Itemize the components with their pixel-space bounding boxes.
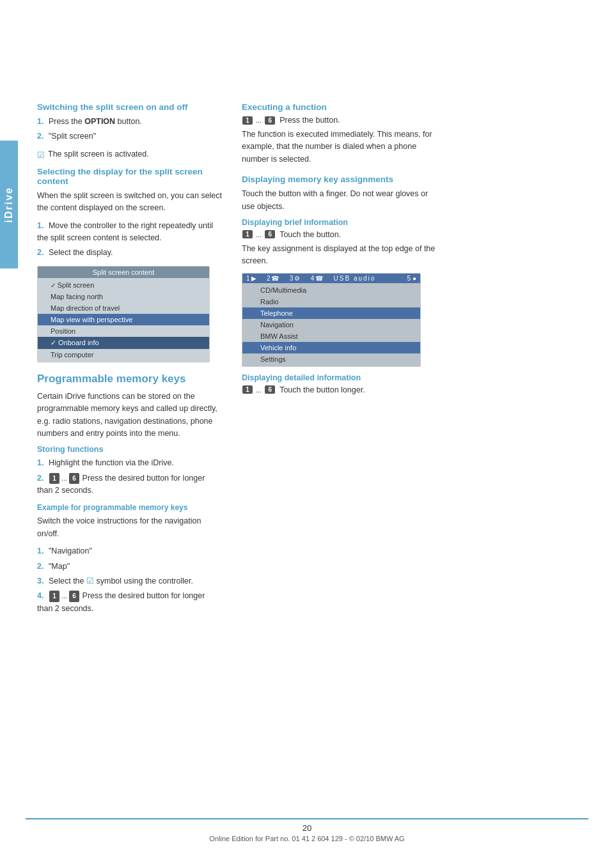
footer-copyright: Online Edition for Part no. 01 41 2 604 … [26,835,588,842]
example-intro: Switch the voice instructions for the na… [37,515,223,540]
exec-badge-6: 6 [265,116,275,125]
step-2: 2. "Split screen" [37,130,223,143]
memory-title: Displaying memory key assignments [242,174,440,184]
menu-item-split-screen: Split screen [38,279,209,291]
split-screen-image: Split screen content Split screen Map fa… [37,266,210,362]
ex-step2-text: "Map" [49,562,70,571]
section-executing: Executing a function 1 ... 6 Press the b… [242,102,440,166]
select-step2-text: Select the display. [49,248,113,257]
badge-6b: 6 [69,591,79,602]
page-container: iDrive Switching the split screen on and… [0,0,614,868]
store-step-1: 1. Highlight the function via the iDrive… [37,457,223,469]
brief-text: Touch the button. [279,230,341,239]
mem-item-bmw: BMW Assist [242,330,420,342]
ex-step4-badges: 1 ... 6 [49,591,80,602]
detailed-badge-1: 1 [242,385,253,394]
store-step1-text: Highlight the function via the iDrive. [49,458,174,467]
section-split-screen: Switching the split screen on and off 1.… [37,102,223,162]
split-screen-menu: Split screen Map facing north Map direct… [38,278,209,362]
main-content: Switching the split screen on and off 1.… [18,0,614,660]
example-title: Example for programmable memory keys [37,503,223,512]
memory-bar-items: 1▶ 2☎ 3⚙ 4☎ USB audio [246,275,375,282]
menu-item-map-travel: Map direction of travel [38,302,209,314]
memory-bar-num: 5 ● [407,275,416,282]
executing-row: 1 ... 6 Press the button. [242,116,440,125]
brief-note: The key assignment is displayed at the t… [242,243,440,268]
section-memory-display: Displaying memory key assignments Touch … [242,174,440,394]
left-column: Switching the split screen on and off 1.… [37,102,235,621]
brief-title: Displaying brief information [242,218,440,227]
select-step-1: 1. Move the controller to the right repe… [37,220,223,245]
step-1: 1. Press the OPTION button. [37,116,223,128]
menu-item-trip: Trip computer [38,349,209,360]
checkmark-note: ☑ The split screen is activated. [37,148,223,162]
footer: 20 Online Edition for Part no. 01 41 2 6… [26,818,588,842]
detailed-title: Displaying detailed information [242,373,440,382]
executing-text: Press the button. [279,116,340,125]
menu-item-position: Position [38,325,209,337]
ex-step-1: 1. "Navigation" [37,545,223,557]
checkmark-text: The split screen is activated. [48,148,149,160]
executing-badges: 1 ... 6 [242,116,276,125]
page-number: 20 [26,823,588,833]
detailed-badges: 1 ... 6 [242,385,276,394]
ex-step-3: 3. Select the ☑ symbol using the control… [37,575,223,587]
mem-item-radio: Radio [242,296,420,307]
checkmark-symbol: ☑ [86,577,94,585]
ex-step-2: 2. "Map" [37,561,223,573]
split-title-text: Split screen content [93,268,155,276]
memory-title-bar: 1▶ 2☎ 3⚙ 4☎ USB audio 5 ● [242,274,420,283]
split-screen-title: Switching the split screen on and off [37,102,223,112]
select-step-2: 2. Select the display. [37,247,223,259]
mem-item-vehicle: Vehicle info [242,342,420,353]
prog-intro: Certain iDrive functions can be stored o… [37,391,223,440]
option-bold: OPTION [84,117,115,126]
mem-item-settings: Settings [242,353,420,365]
brief-badge-6: 6 [265,230,275,238]
memory-menu-list: CD/Multimedia Radio Telephone Navigation… [242,283,420,366]
right-column: Executing a function 1 ... 6 Press the b… [235,102,440,621]
memory-screen-image: 1▶ 2☎ 3⚙ 4☎ USB audio 5 ● CD/Multimedia … [242,273,421,367]
prog-title: Programmable memory keys [37,373,223,385]
badge-1: 1 [49,473,59,484]
brief-row: 1 ... 6 Touch the button. [242,230,440,239]
split-screen-title-bar: Split screen content [38,267,209,278]
executing-title: Executing a function [242,102,440,112]
store-step-2: 2. 1 ... 6 Press the desired button for … [37,472,223,497]
select-display-title: Selecting the display for the split scre… [37,167,223,186]
sidebar-label: iDrive [0,141,18,268]
exec-badge-1: 1 [242,116,253,125]
detailed-text: Touch the button longer. [279,385,365,394]
mem-item-telephone: Telephone [242,307,420,319]
mem-item-cd: CD/Multimedia [242,284,420,296]
step2-text: "Split screen" [49,132,96,141]
ex-step1-text: "Navigation" [49,546,92,555]
memory-intro: Touch the button with a finger. Do not w… [242,188,440,213]
detailed-badge-6: 6 [265,385,275,394]
badge-1b: 1 [49,591,59,602]
sidebar-text: iDrive [3,187,15,222]
menu-item-map-north: Map facing north [38,291,209,302]
menu-item-onboard: ✓ Onboard info [38,337,209,349]
ex-step3-text: Select the ☑ symbol using the controller… [49,577,193,585]
badge-6: 6 [69,473,79,484]
brief-badges: 1 ... 6 [242,230,276,238]
store-step2-badges: 1 ... 6 [49,473,80,484]
select-display-intro: When the split screen is switched on, yo… [37,190,223,215]
select-step1-text: Move the controller to the right repeate… [37,221,213,242]
mem-item-nav: Navigation [242,319,420,330]
menu-item-map-perspective: Map view with perspective [38,314,209,325]
brief-badge-1: 1 [242,230,253,238]
checkmark-icon: ☑ [37,149,45,162]
section-programmable: Programmable memory keys Certain iDrive … [37,373,223,615]
ex-step-4: 4. 1 ... 6 Press the desired button for … [37,590,223,615]
detailed-row: 1 ... 6 Touch the button longer. [242,385,440,394]
executing-note: The function is executed immediately. Th… [242,128,440,166]
section-select-display: Selecting the display for the split scre… [37,167,223,362]
storing-title: Storing functions [37,445,223,454]
